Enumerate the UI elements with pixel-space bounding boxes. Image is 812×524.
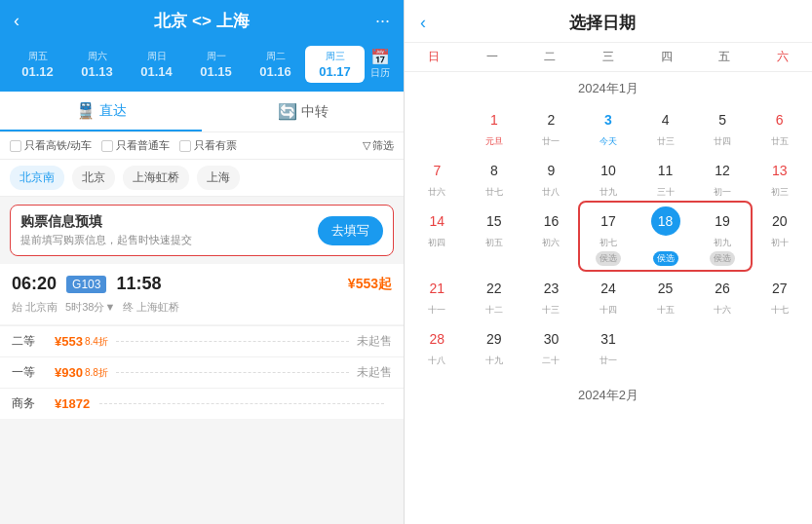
cal-day-30[interactable]: 30 二十 bbox=[522, 320, 580, 371]
cal-lunar-text: 十六 bbox=[714, 304, 731, 317]
filter-high-speed[interactable]: 只看高铁/动车 bbox=[10, 138, 92, 153]
promo-subtitle: 提前填写购票信息，起售时快速提交 bbox=[20, 233, 318, 247]
right-panel: ‹ 选择日期 日 一 二 三 四 五 六 2024年1月 1 元旦 2 bbox=[405, 0, 812, 524]
cal-day-28[interactable]: 28 十八 bbox=[408, 320, 466, 371]
transfer-icon: 🔄 bbox=[278, 102, 297, 121]
cal-day-number: 17 bbox=[594, 206, 623, 236]
seat-status: 未起售 bbox=[357, 333, 392, 350]
seat-row-second[interactable]: 二等 ¥553 8.4折 未起售 bbox=[0, 325, 404, 356]
train-price[interactable]: ¥553起 bbox=[348, 276, 392, 293]
cal-day-11[interactable]: 11 三十 bbox=[637, 152, 694, 203]
arrival-time: 11:58 bbox=[116, 274, 161, 294]
cal-day-number: 13 bbox=[765, 156, 794, 185]
cal-day-number: 15 bbox=[480, 206, 509, 236]
station-tab-beijing-south[interactable]: 北京南 bbox=[10, 166, 64, 190]
cal-lunar-text: 元旦 bbox=[485, 135, 503, 148]
cal-day-number: 2 bbox=[536, 105, 565, 134]
date-item-wed[interactable]: 周三 01.17 bbox=[305, 46, 365, 83]
weekday-wed: 三 bbox=[579, 43, 638, 71]
date-item-tue[interactable]: 周二 01.16 bbox=[246, 46, 305, 83]
date-value: 01.16 bbox=[259, 64, 291, 79]
cal-day-24[interactable]: 24 十四 bbox=[580, 270, 638, 320]
cal-day-27[interactable]: 27 十七 bbox=[751, 270, 808, 320]
date-item-sat[interactable]: 周六 01.13 bbox=[67, 46, 127, 83]
cal-day-number: 24 bbox=[594, 274, 623, 303]
station-tab-shanghai[interactable]: 上海 bbox=[197, 166, 240, 190]
seat-type-label: 一等 bbox=[12, 364, 51, 381]
cal-day-number: 31 bbox=[594, 324, 623, 354]
weekday-sun: 日 bbox=[405, 43, 463, 71]
filter-button[interactable]: ▽ 筛选 bbox=[363, 138, 394, 153]
calendar-button[interactable]: 📅 日历 bbox=[365, 44, 396, 84]
seat-discount: 8.8折 bbox=[85, 366, 108, 380]
cal-lunar-text: 廿五 bbox=[771, 135, 789, 148]
cal-lunar-text: 初一 bbox=[714, 186, 731, 199]
weekday-thu: 四 bbox=[638, 43, 696, 71]
seat-dots bbox=[99, 403, 384, 404]
seat-rows: 二等 ¥553 8.4折 未起售 一等 ¥930 8.8折 未起售 商务 ¥18… bbox=[0, 325, 404, 419]
date-item-sun[interactable]: 周日 01.14 bbox=[127, 46, 186, 83]
cal-day-14[interactable]: 14 初四 bbox=[408, 203, 466, 270]
january-grid-wrapper: 1 元旦 2 廿一 3 今天 4 廿三 5 廿四 bbox=[408, 101, 808, 371]
station-tab-beijing[interactable]: 北京 bbox=[72, 166, 115, 190]
weekday-sat: 六 bbox=[754, 43, 812, 71]
cal-day-31[interactable]: 31 廿一 bbox=[580, 320, 638, 371]
station-tab-shanghai-hongqiao[interactable]: 上海虹桥 bbox=[123, 166, 189, 190]
checkbox-icon bbox=[179, 140, 191, 152]
calendar-title: 选择日期 bbox=[434, 12, 771, 34]
cal-day-5[interactable]: 5 廿四 bbox=[694, 101, 752, 152]
cal-lunar-text: 初十 bbox=[771, 237, 789, 249]
filter-normal[interactable]: 只看普通车 bbox=[101, 138, 170, 153]
back-icon[interactable]: ‹ bbox=[14, 11, 37, 31]
weekday-label: 周六 bbox=[88, 50, 107, 63]
calendar-back-icon[interactable]: ‹ bbox=[420, 13, 426, 33]
seat-price: ¥553 bbox=[55, 334, 83, 349]
cal-day-number: 3 bbox=[594, 105, 623, 134]
seat-row-first[interactable]: 一等 ¥930 8.8折 未起售 bbox=[0, 356, 404, 388]
cal-day-19[interactable]: 19 初九 侯选 bbox=[694, 203, 752, 270]
cal-day-29[interactable]: 29 十九 bbox=[466, 320, 523, 371]
mode-tabs: 🚆 直达 🔄 中转 bbox=[0, 92, 404, 132]
promo-fill-button[interactable]: 去填写 bbox=[318, 216, 383, 245]
cal-day-17[interactable]: 17 初七 侯选 bbox=[580, 203, 638, 270]
cal-day-25[interactable]: 25 十五 bbox=[637, 270, 694, 320]
cal-day-3[interactable]: 3 今天 bbox=[580, 101, 638, 152]
cal-day-2[interactable]: 2 廿一 bbox=[522, 101, 580, 152]
cal-lunar-text: 十七 bbox=[771, 304, 789, 317]
cal-day-16[interactable]: 16 初六 bbox=[522, 203, 580, 270]
tab-direct[interactable]: 🚆 直达 bbox=[0, 92, 202, 131]
weekday-label: 周三 bbox=[326, 50, 345, 63]
cal-lunar-text: 二十 bbox=[542, 355, 560, 367]
tab-transfer[interactable]: 🔄 中转 bbox=[202, 92, 404, 131]
date-value: 01.17 bbox=[319, 64, 351, 79]
more-icon[interactable]: ··· bbox=[367, 11, 390, 31]
cal-lunar-text: 今天 bbox=[599, 135, 617, 148]
cal-day-21[interactable]: 21 十一 bbox=[408, 270, 466, 320]
cal-day-1[interactable]: 1 元旦 bbox=[466, 101, 523, 152]
seat-row-business[interactable]: 商务 ¥1872 bbox=[0, 388, 404, 419]
cal-day-number: 27 bbox=[765, 274, 794, 303]
cal-day-8[interactable]: 8 廿七 bbox=[466, 152, 523, 203]
cal-day-4[interactable]: 4 廿三 bbox=[637, 101, 694, 152]
cal-day-number: 5 bbox=[708, 105, 737, 134]
filter-has-ticket[interactable]: 只看有票 bbox=[179, 138, 237, 153]
cal-day-26[interactable]: 26 十六 bbox=[694, 270, 752, 320]
cal-day-13[interactable]: 13 初三 bbox=[751, 152, 808, 203]
cal-day-number: 28 bbox=[422, 324, 451, 354]
cal-day-9[interactable]: 9 廿八 bbox=[522, 152, 580, 203]
date-value: 01.15 bbox=[200, 64, 232, 79]
cal-day-15[interactable]: 15 初五 bbox=[466, 203, 523, 270]
cal-day-22[interactable]: 22 十二 bbox=[466, 270, 523, 320]
cal-day-10[interactable]: 10 廿九 bbox=[580, 152, 638, 203]
date-item-fri[interactable]: 周五 01.12 bbox=[8, 46, 67, 83]
cal-day-20[interactable]: 20 初十 bbox=[751, 203, 808, 270]
cal-day-23[interactable]: 23 十三 bbox=[522, 270, 580, 320]
cal-day-number: 26 bbox=[708, 274, 737, 303]
cal-day-12[interactable]: 12 初一 bbox=[694, 152, 752, 203]
cal-day-7[interactable]: 7 廿六 bbox=[408, 152, 466, 203]
cal-day-18[interactable]: 18 初八 侯选 bbox=[637, 203, 694, 270]
cal-day-number: 6 bbox=[765, 105, 794, 134]
date-item-mon[interactable]: 周一 01.15 bbox=[186, 46, 246, 83]
cal-day-6[interactable]: 6 廿五 bbox=[751, 101, 808, 152]
weekday-headers: 日 一 二 三 四 五 六 bbox=[405, 43, 812, 72]
